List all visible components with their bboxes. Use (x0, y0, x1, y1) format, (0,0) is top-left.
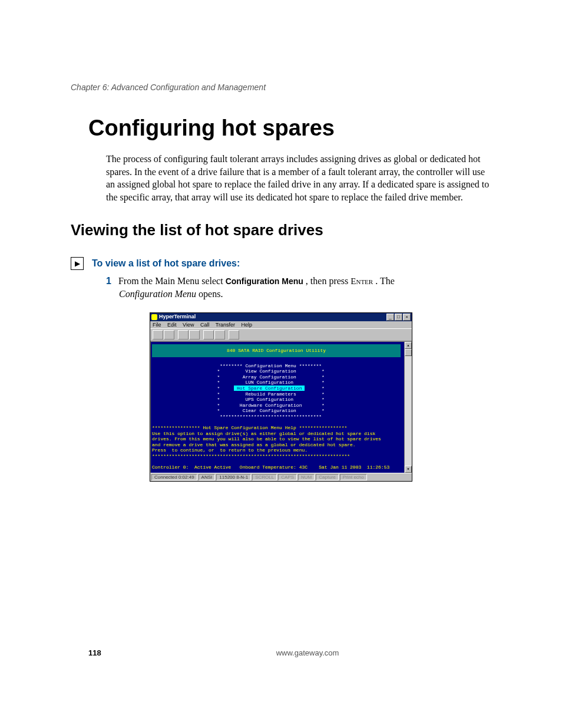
step-1: 1 From the Main Menu select Configuratio… (106, 275, 491, 300)
menu-view[interactable]: View (183, 322, 194, 328)
status-caps: CAPS (278, 474, 297, 481)
minimize-icon[interactable]: _ (386, 314, 394, 321)
menu-help[interactable]: Help (242, 322, 253, 328)
footer-site: www.gateway.com (124, 648, 491, 657)
toolbar-btn-3[interactable] (178, 330, 189, 340)
scrollbar[interactable]: ▴ ▾ (404, 342, 412, 472)
page-title: Configuring hot spares (88, 116, 491, 141)
terminal-content: 840 SATA RAID Configuration Utility ****… (151, 342, 404, 472)
app-icon (151, 314, 157, 320)
scroll-up-icon[interactable]: ▴ (405, 342, 412, 349)
step-smallcaps: Enter (351, 276, 373, 286)
toolbar (150, 328, 412, 341)
procedure-title: To view a list of hot spare drives: (92, 258, 240, 269)
menu-file[interactable]: File (153, 322, 161, 328)
toolbar-btn-1[interactable] (153, 330, 163, 340)
toolbar-btn-4[interactable] (189, 330, 200, 340)
status-num: NUM (298, 474, 315, 481)
procedure-arrow-icon: ▶ (71, 257, 84, 270)
document-page: Chapter 6: Advanced Configuration and Ma… (0, 0, 562, 728)
step-text-mid2: . The (375, 276, 395, 286)
running-header: Chapter 6: Advanced Configuration and Ma… (71, 83, 491, 92)
status-bar: Connected 0:02:49 ANSI 115200 8-N-1 SCRO… (150, 473, 412, 482)
page-footer: 118 www.gateway.com (71, 648, 491, 657)
section-heading: Viewing the list of hot spare drives (71, 221, 491, 239)
terminal-header: 840 SATA RAID Configuration Utility (152, 344, 401, 357)
window-titlebar: HyperTerminal _ □ × (150, 313, 412, 321)
status-encoding: ANSI (199, 474, 216, 481)
step-text-mid1: , then press (306, 276, 351, 286)
page-number: 118 (88, 648, 124, 657)
toolbar-btn-2[interactable] (164, 330, 174, 340)
menu-call[interactable]: Call (200, 322, 210, 328)
status-connected: Connected 0:02:49 (151, 474, 197, 481)
toolbar-btn-7[interactable] (229, 330, 239, 340)
status-capture: Capture (316, 474, 338, 481)
intro-paragraph: The process of configuring fault toleran… (106, 153, 491, 203)
close-icon[interactable]: × (403, 314, 411, 321)
scroll-down-icon[interactable]: ▾ (405, 466, 412, 473)
step-text-post: opens. (199, 289, 223, 299)
menu-edit[interactable]: Edit (167, 322, 177, 328)
step-bold-1: Configuration Menu (226, 276, 303, 286)
status-baud: 115200 8-N-1 (216, 474, 251, 481)
scroll-thumb[interactable] (405, 349, 412, 356)
status-printecho: Print echo (340, 474, 367, 481)
toolbar-btn-5[interactable] (203, 330, 214, 340)
menu-transfer[interactable]: Transfer (216, 322, 235, 328)
window-title: HyperTerminal (159, 314, 196, 320)
procedure-heading-row: ▶ To view a list of hot spare drives: (71, 257, 491, 270)
step-italic: Configuration Menu (119, 289, 196, 299)
maximize-icon[interactable]: □ (395, 314, 402, 321)
toolbar-btn-6[interactable] (214, 330, 225, 340)
hyperterminal-window: HyperTerminal _ □ × File Edit View Call … (150, 312, 412, 482)
step-text-pre: From the Main Menu select (118, 276, 226, 286)
window-controls: _ □ × (386, 314, 411, 321)
step-number: 1 (106, 276, 111, 286)
menu-bar: File Edit View Call Transfer Help (150, 321, 412, 329)
status-scroll: SCROLL (252, 474, 277, 481)
terminal-wrap: 840 SATA RAID Configuration Utility ****… (150, 341, 412, 472)
